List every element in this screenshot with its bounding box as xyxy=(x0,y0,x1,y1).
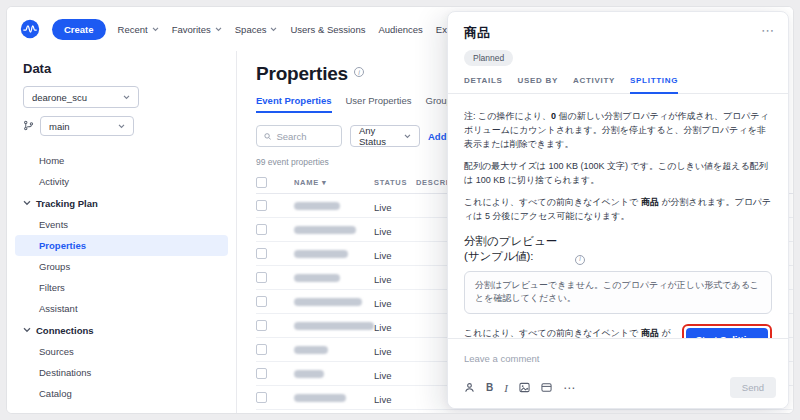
sidebar-section-tracking-plan[interactable]: Tracking Plan xyxy=(7,192,236,214)
redacted-property-name xyxy=(294,274,340,282)
app-window: Create RecentFavoritesSpacesUsers & Sess… xyxy=(6,6,794,414)
topnav-item[interactable]: Users & Sessions xyxy=(290,24,365,35)
row-checkbox[interactable] xyxy=(256,272,267,283)
row-checkbox[interactable] xyxy=(256,248,267,259)
data-sidebar: Data dearone_scu main HomeActivityTracki… xyxy=(7,51,237,413)
sidebar-section-connections[interactable]: Connections xyxy=(7,319,236,341)
topnav-item[interactable]: Recent xyxy=(118,24,159,35)
image-icon[interactable] xyxy=(519,382,530,393)
panel-tab-splitting[interactable]: SPLITTING xyxy=(630,76,678,94)
redacted-property-name xyxy=(294,346,328,354)
more-tools-icon[interactable]: ⋯ xyxy=(563,381,576,395)
topnav-item-label: Recent xyxy=(118,24,148,35)
panel-tab-activity[interactable]: ACTIVITY xyxy=(573,76,615,93)
row-checkbox[interactable] xyxy=(256,200,267,211)
select-all-checkbox[interactable] xyxy=(256,177,267,188)
workspace-select-value: dearone_scu xyxy=(32,92,87,103)
sidebar-item-label: Connections xyxy=(36,325,94,336)
chevron-down-icon xyxy=(23,200,31,206)
annotation-highlight: Start Splitting xyxy=(682,324,772,338)
sidebar-item-assistant[interactable]: Assistant xyxy=(7,298,236,319)
sidebar-item-catalog[interactable]: Catalog xyxy=(7,383,236,404)
search-field[interactable] xyxy=(276,131,334,142)
sidebar-item-label: Catalog xyxy=(39,388,72,399)
mention-user-icon[interactable] xyxy=(464,382,475,393)
branch-select[interactable]: main xyxy=(40,116,134,136)
sidebar-item-properties[interactable]: Properties xyxy=(15,235,228,256)
send-button[interactable]: Send xyxy=(730,377,776,398)
redacted-property-name xyxy=(294,298,362,306)
status-value: Live xyxy=(374,274,391,285)
sidebar-nav: HomeActivityTracking PlanEventsPropertie… xyxy=(7,150,236,414)
status-value: Live xyxy=(374,250,391,261)
topnav-item[interactable]: Spaces xyxy=(235,24,278,35)
sidebar-item-activity[interactable]: Activity xyxy=(7,171,236,192)
column-header-name[interactable]: NAME xyxy=(294,178,319,187)
sidebar-item-destinations[interactable]: Destinations xyxy=(7,362,236,383)
start-splitting-button[interactable]: Start Splitting xyxy=(686,328,768,338)
sidebar-item-label: Groups xyxy=(39,261,70,272)
status-filter-select[interactable]: Any Status xyxy=(350,125,420,147)
status-value: Live xyxy=(374,370,391,381)
media-icon[interactable] xyxy=(541,382,552,393)
italic-icon[interactable]: I xyxy=(504,382,508,394)
status-value: Live xyxy=(374,322,391,333)
workspace-select[interactable]: dearone_scu xyxy=(23,86,139,108)
sidebar-spacer xyxy=(7,404,236,414)
bold-icon[interactable]: B xyxy=(486,382,493,393)
status-value: Live xyxy=(374,346,391,357)
sort-caret-icon[interactable]: ▾ xyxy=(322,178,326,187)
comment-input[interactable] xyxy=(464,353,772,364)
chevron-down-icon xyxy=(152,27,159,32)
sidebar-item-events[interactable]: Events xyxy=(7,214,236,235)
panel-tab-used-by[interactable]: USED BY xyxy=(518,76,558,93)
amplitude-logo-icon[interactable] xyxy=(20,19,40,39)
row-checkbox[interactable] xyxy=(256,296,267,307)
preview-heading: 分割のプレビュー (サンプル値): xyxy=(464,234,569,265)
redacted-property-name xyxy=(294,226,356,234)
panel-tabs: DETAILSUSED BYACTIVITYSPLITTING xyxy=(448,66,788,94)
row-checkbox[interactable] xyxy=(256,224,267,235)
sidebar-title: Data xyxy=(23,61,236,76)
array-size-note: 配列の最大サイズは 100 KB (100K 文字) です。このしきい値を超える… xyxy=(464,160,772,188)
table-row[interactable]: Live xyxy=(256,410,793,413)
redacted-property-name xyxy=(294,322,374,330)
topnav-item[interactable]: Audiences xyxy=(378,24,422,35)
sidebar-item-home[interactable]: Home xyxy=(7,150,236,171)
column-header-status[interactable]: STATUS xyxy=(374,178,416,187)
confirm-text: これにより、すべての前向きなイベントで 商品 が分割されます。 xyxy=(464,327,676,338)
panel-header: 商品 ⋯ xyxy=(448,12,788,42)
topnav-item[interactable]: Favorites xyxy=(172,24,222,35)
preview-message-box: 分割はプレビューできません。このプロパティが正しい形式であることを確認してくださ… xyxy=(464,271,772,314)
property-detail-panel: 商品 ⋯ Planned DETAILSUSED BYACTIVITYSPLIT… xyxy=(447,11,789,409)
panel-tab-details[interactable]: DETAILS xyxy=(464,76,503,93)
status-filter-value: Any Status xyxy=(359,125,404,147)
info-icon[interactable]: i xyxy=(354,67,364,77)
redacted-property-name xyxy=(294,202,340,210)
topnav-item-label: Spaces xyxy=(235,24,267,35)
row-checkbox[interactable] xyxy=(256,392,267,403)
tab-user-properties[interactable]: User Properties xyxy=(346,95,412,113)
info-icon[interactable]: i xyxy=(575,255,585,265)
sidebar-item-sources[interactable]: Sources xyxy=(7,341,236,362)
split-note: 注: この操作により、0 個の新しい分割プロパティが作成され、プロパティ ボリュ… xyxy=(464,110,772,152)
status-value: Live xyxy=(374,202,391,213)
tab-event-properties[interactable]: Event Properties xyxy=(256,95,332,113)
sidebar-item-filters[interactable]: Filters xyxy=(7,277,236,298)
row-checkbox[interactable] xyxy=(256,368,267,379)
search-input[interactable] xyxy=(256,125,342,147)
sidebar-item-label: Events xyxy=(39,219,68,230)
sidebar-item-label: Assistant xyxy=(39,303,78,314)
create-button[interactable]: Create xyxy=(52,19,106,40)
splitting-tab-content: 注: この操作により、0 個の新しい分割プロパティが作成され、プロパティ ボリュ… xyxy=(448,100,788,338)
row-checkbox[interactable] xyxy=(256,320,267,331)
row-checkbox[interactable] xyxy=(256,344,267,355)
sidebar-item-groups[interactable]: Groups xyxy=(7,256,236,277)
chevron-down-icon xyxy=(270,27,277,32)
panel-title: 商品 xyxy=(464,24,490,42)
sidebar-item-label: Properties xyxy=(39,240,86,251)
branch-icon xyxy=(23,117,34,135)
search-icon xyxy=(264,132,271,141)
overflow-menu-icon[interactable]: ⋯ xyxy=(761,24,774,37)
topnav-item-label: Users & Sessions xyxy=(290,24,365,35)
